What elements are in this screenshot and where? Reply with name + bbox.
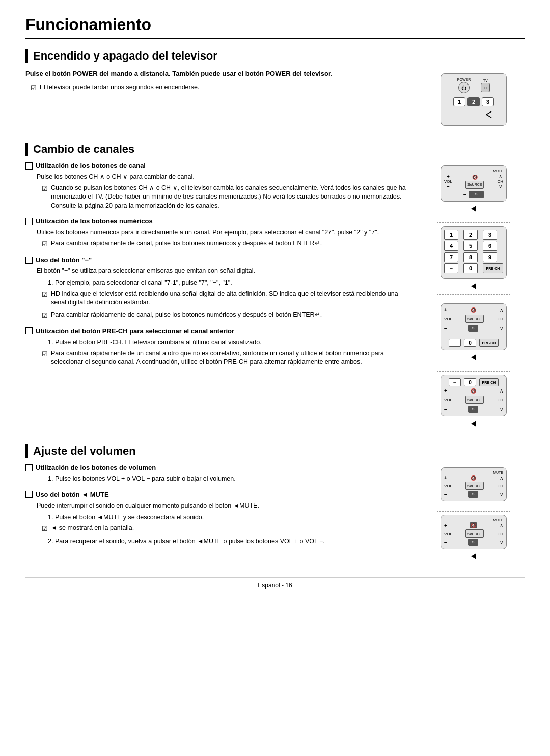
note-icon-3: ☑ [42, 240, 48, 249]
sub1-note: ☑ Cuando se pulsan los botones CH ∧ o CH… [42, 184, 413, 211]
num-btn-1: 1 [453, 97, 465, 106]
sub3-note1: ☑ HD indica que el televisor está recibi… [42, 290, 413, 307]
volumen-text: Utilización de los botones de volumen 1.… [25, 464, 413, 565]
subsection-mute: Uso del botón ◄ MUTE Puede interrumpir e… [25, 491, 413, 546]
remote-box-numpad: 1 2 3 4 5 6 7 8 9 − 0 PRE-CH [437, 222, 510, 295]
encendido-intro-bold: Pulse el botón POWER del mando a distanc… [25, 70, 333, 77]
remote-ch1: MUTE + VOL − 🔇 SoURCE ∧ C [441, 165, 507, 202]
encendido-note-text: El televisor puede tardar unos segundos … [40, 83, 199, 92]
remote-ch2: + 🔇 ∧ VOL SoURCE CH − ⊙ ∨ [441, 303, 507, 350]
subsection-vol-buttons: Utilización de los botones de volumen 1.… [25, 464, 413, 484]
num7: 7 [444, 252, 458, 262]
subsection-prech: Utilización del botón PRE-CH para selecc… [25, 327, 413, 367]
tv-button-icon: □ [481, 83, 490, 92]
arrow-right-4 [469, 418, 479, 429]
prech-btn-2: PRE-CH [479, 339, 499, 347]
vol-sub2-item2: 2. Para recuperar el sonido, vuelva a pu… [48, 537, 413, 546]
num4: 4 [444, 241, 458, 251]
encendido-content: Pulse el botón POWER del mando a distanc… [25, 69, 525, 130]
dash-btn: − [444, 263, 458, 273]
num-btn-3: 3 [482, 97, 494, 106]
sub4-body: 1. Pulse el botón PRE-CH. El televisor c… [37, 338, 413, 367]
sub2-note: ☑ Para cambiar rápidamente de canal, pul… [42, 239, 413, 249]
source-btn-vol1: SoURCE [465, 482, 484, 490]
checkbox-icon-4 [25, 327, 33, 334]
prech-btn-3: PRE-CH [479, 378, 499, 386]
volumen-remote-col: MUTE + 🔇 ∧ VOL SoURCE CH − ⊙ ∨ [423, 464, 525, 565]
subsection-numeric-buttons: Utilización de los botones numéricos Uti… [25, 217, 413, 249]
arrow-mute [469, 551, 479, 562]
dash-btn-3: − [449, 378, 461, 386]
section-volumen: Ajuste del volumen Utilización de los bo… [25, 444, 525, 565]
sub4-note: ☑ Para cambiar rápidamente de un canal a… [42, 349, 413, 367]
checkbox-icon-6 [25, 491, 33, 498]
encendido-remote: POWER ⏻ TV □ 1 2 3 [441, 73, 507, 126]
remote-prech: − 0 PRE-CH + 🔇 ∧ VOL SoURCE CH [441, 375, 507, 416]
numpad: 1 2 3 4 5 6 7 8 9 − 0 PRE-CH [444, 230, 503, 273]
vol-sub1-item1: 1. Pulse los botones VOL + o VOL − para … [48, 474, 413, 484]
prech-btn-1: PRE-CH [483, 263, 503, 273]
subsection-dash-button: Uso del botón "−" El botón "−" se utiliz… [25, 256, 413, 320]
subsection-canal-buttons: Utilización de los botones de canal Puls… [25, 162, 413, 210]
vol-sub2-item1: 1. Pulse el botón ◄MUTE y se desconectar… [48, 513, 413, 522]
sub1-title: Utilización de los botones de canal [25, 162, 413, 170]
num2: 2 [463, 230, 478, 240]
power-button-icon: ⏻ [458, 82, 470, 93]
sub2-body: Utilice los botones numéricos para ir di… [37, 228, 413, 249]
sub3-title: Uso del botón "−" [25, 256, 413, 264]
sub1-body: Pulse los botones CH ∧ o CH ∨ para cambi… [37, 172, 413, 210]
num6: 6 [483, 241, 497, 251]
ch-col-1: ∧ CH ∨ [497, 174, 503, 189]
note-icon: ☑ [31, 83, 37, 93]
num-btn-2: 2 [468, 97, 480, 106]
note-icon-5: ☑ [42, 311, 48, 320]
num0-3: 0 [464, 378, 476, 386]
num1: 1 [444, 230, 458, 240]
checkbox-icon-5 [25, 464, 33, 471]
vol-sub2-note: ☑ ◄ se mostrará en la pantalla. [42, 524, 413, 534]
sub3-item1: 1. Por ejemplo, para seleccionar el cana… [48, 278, 413, 288]
remote-box-prech: − 0 PRE-CH + 🔇 ∧ VOL SoURCE CH [437, 371, 510, 432]
section-canales: Cambio de canales Utilización de los bot… [25, 143, 525, 432]
svg-line-0 [486, 111, 491, 115]
volumen-content: Utilización de los botones de volumen 1.… [25, 464, 525, 565]
note-icon-2: ☑ [42, 184, 48, 193]
remote-box-vol1: MUTE + 🔇 ∧ VOL SoURCE CH − ⊙ ∨ [437, 464, 510, 505]
encendido-note: ☑ El televisor puede tardar unos segundo… [31, 83, 413, 93]
section-title-canales: Cambio de canales [25, 143, 525, 156]
footer-text: Español - 16 [258, 582, 292, 589]
num5: 5 [463, 241, 478, 251]
encendido-remote-col: POWER ⏻ TV □ 1 2 3 [423, 69, 525, 130]
svg-line-1 [486, 115, 491, 118]
canales-text: Utilización de los botones de canal Puls… [25, 162, 413, 432]
section-encendido: Encendido y apagado del televisor Pulse … [25, 49, 525, 130]
num9: 9 [483, 252, 497, 262]
remote-numpad: 1 2 3 4 5 6 7 8 9 − 0 PRE-CH [441, 226, 507, 279]
encendido-text: Pulse el botón POWER del mando a distanc… [25, 69, 413, 130]
vol-col-1: + VOL − [444, 174, 452, 189]
num8: 8 [463, 252, 478, 262]
main-title: Funcionamiento [25, 15, 525, 39]
arrow-right-3 [469, 352, 479, 362]
sub3-note2: ☑ Para cambiar rápidamente de canal, pul… [42, 311, 413, 320]
checkbox-icon-3 [25, 257, 33, 264]
canales-remote-col: MUTE + VOL − 🔇 SoURCE ∧ C [423, 162, 525, 432]
num0-2: 0 [464, 339, 476, 347]
num3: 3 [483, 230, 497, 240]
arrow-right-2 [469, 281, 479, 291]
source-btn-mute: SoURCE [465, 529, 484, 538]
vol-sub2-title: Uso del botón ◄ MUTE [25, 491, 413, 498]
source-btn-2: SoURCE [465, 315, 484, 323]
section-title-encendido: Encendido y apagado del televisor [25, 49, 525, 63]
sub4-title: Utilización del botón PRE-CH para selecc… [25, 327, 413, 335]
section-title-volumen: Ajuste del volumen [25, 444, 525, 458]
note-icon-7: ☑ [42, 524, 48, 534]
checkbox-icon-1 [25, 162, 33, 170]
vol-sub1-body: 1. Pulse los botones VOL + o VOL − para … [37, 474, 413, 484]
sub3-body: El botón "−" se utiliza para seleccionar… [37, 266, 413, 320]
sub2-title: Utilización de los botones numéricos [25, 217, 413, 225]
sub4-item1: 1. Pulse el botón PRE-CH. El televisor c… [48, 338, 413, 347]
source-btn-3: SoURCE [465, 396, 484, 404]
note-icon-4: ☑ [42, 290, 48, 299]
canales-content: Utilización de los botones de canal Puls… [25, 162, 525, 432]
